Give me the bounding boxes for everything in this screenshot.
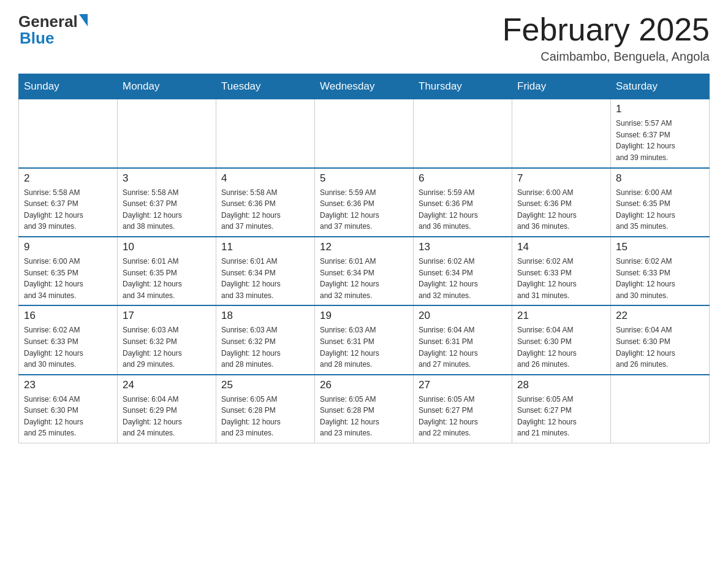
day-number: 27 [419,379,507,391]
day-number: 21 [517,310,605,322]
day-number: 19 [320,310,408,322]
calendar-cell: 5Sunrise: 5:59 AM Sunset: 6:36 PM Daylig… [315,168,414,237]
day-number: 5 [320,172,408,185]
day-number: 15 [616,241,704,253]
week-row-1: 1Sunrise: 5:57 AM Sunset: 6:37 PM Daylig… [19,99,710,168]
calendar-cell: 20Sunrise: 6:04 AM Sunset: 6:31 PM Dayli… [414,305,512,374]
day-info: Sunrise: 6:04 AM Sunset: 6:30 PM Dayligh… [517,324,605,370]
month-title: February 2025 [502,12,710,47]
calendar-cell: 1Sunrise: 5:57 AM Sunset: 6:37 PM Daylig… [611,99,710,168]
weekday-header-friday: Friday [512,74,611,99]
day-info: Sunrise: 6:05 AM Sunset: 6:27 PM Dayligh… [517,394,605,439]
day-number: 14 [517,241,605,253]
day-number: 11 [221,241,309,253]
day-info: Sunrise: 6:02 AM Sunset: 6:33 PM Dayligh… [517,256,605,301]
calendar-cell: 13Sunrise: 6:02 AM Sunset: 6:34 PM Dayli… [414,237,512,305]
calendar-cell [512,99,611,168]
calendar-cell: 19Sunrise: 6:03 AM Sunset: 6:31 PM Dayli… [315,305,414,374]
day-info: Sunrise: 6:05 AM Sunset: 6:28 PM Dayligh… [221,394,309,439]
day-info: Sunrise: 6:04 AM Sunset: 6:30 PM Dayligh… [616,324,704,370]
day-info: Sunrise: 6:05 AM Sunset: 6:27 PM Dayligh… [419,394,507,439]
day-info: Sunrise: 6:02 AM Sunset: 6:33 PM Dayligh… [616,256,704,301]
calendar-cell: 4Sunrise: 5:58 AM Sunset: 6:36 PM Daylig… [216,168,315,237]
day-number: 22 [616,310,704,322]
calendar-cell: 11Sunrise: 6:01 AM Sunset: 6:34 PM Dayli… [216,237,315,305]
day-info: Sunrise: 6:04 AM Sunset: 6:29 PM Dayligh… [123,394,211,439]
day-number: 6 [419,172,507,185]
week-row-4: 16Sunrise: 6:02 AM Sunset: 6:33 PM Dayli… [19,305,710,374]
weekday-header-wednesday: Wednesday [315,74,414,99]
day-number: 9 [24,241,112,253]
day-number: 24 [123,379,211,391]
calendar-cell: 28Sunrise: 6:05 AM Sunset: 6:27 PM Dayli… [512,375,611,443]
calendar-cell: 10Sunrise: 6:01 AM Sunset: 6:35 PM Dayli… [118,237,216,305]
calendar-cell: 3Sunrise: 5:58 AM Sunset: 6:37 PM Daylig… [118,168,216,237]
day-info: Sunrise: 6:03 AM Sunset: 6:31 PM Dayligh… [320,324,408,370]
calendar-cell [118,99,216,168]
calendar-cell [414,99,512,168]
day-number: 13 [419,241,507,253]
calendar-cell: 25Sunrise: 6:05 AM Sunset: 6:28 PM Dayli… [216,375,315,443]
weekday-header-tuesday: Tuesday [216,74,315,99]
location-subtitle: Caimbambo, Benguela, Angola [502,50,710,64]
calendar-cell: 8Sunrise: 6:00 AM Sunset: 6:35 PM Daylig… [611,168,710,237]
day-info: Sunrise: 6:05 AM Sunset: 6:28 PM Dayligh… [320,394,408,439]
calendar-cell: 6Sunrise: 5:59 AM Sunset: 6:36 PM Daylig… [414,168,512,237]
calendar-cell: 27Sunrise: 6:05 AM Sunset: 6:27 PM Dayli… [414,375,512,443]
day-number: 10 [123,241,211,253]
day-number: 18 [221,310,309,322]
day-number: 17 [123,310,211,322]
title-block: February 2025 Caimbambo, Benguela, Angol… [502,12,710,64]
calendar-cell: 7Sunrise: 6:00 AM Sunset: 6:36 PM Daylig… [512,168,611,237]
calendar-cell: 24Sunrise: 6:04 AM Sunset: 6:29 PM Dayli… [118,375,216,443]
day-number: 12 [320,241,408,253]
calendar-cell [19,99,118,168]
day-number: 28 [517,379,605,391]
calendar-cell: 23Sunrise: 6:04 AM Sunset: 6:30 PM Dayli… [19,375,118,443]
logo-arrow-icon [79,14,88,26]
calendar-cell: 16Sunrise: 6:02 AM Sunset: 6:33 PM Dayli… [19,305,118,374]
week-row-2: 2Sunrise: 5:58 AM Sunset: 6:37 PM Daylig… [19,168,710,237]
logo-blue-text: Blue [20,29,88,48]
day-number: 25 [221,379,309,391]
day-info: Sunrise: 6:00 AM Sunset: 6:35 PM Dayligh… [616,187,704,232]
calendar-cell [611,375,710,443]
calendar-cell: 18Sunrise: 6:03 AM Sunset: 6:32 PM Dayli… [216,305,315,374]
day-info: Sunrise: 5:59 AM Sunset: 6:36 PM Dayligh… [419,187,507,232]
calendar-cell: 12Sunrise: 6:01 AM Sunset: 6:34 PM Dayli… [315,237,414,305]
day-info: Sunrise: 5:57 AM Sunset: 6:37 PM Dayligh… [616,118,704,163]
calendar-cell: 14Sunrise: 6:02 AM Sunset: 6:33 PM Dayli… [512,237,611,305]
day-number: 8 [616,172,704,185]
day-info: Sunrise: 6:00 AM Sunset: 6:35 PM Dayligh… [24,256,112,301]
day-number: 16 [24,310,112,322]
calendar-cell: 22Sunrise: 6:04 AM Sunset: 6:30 PM Dayli… [611,305,710,374]
day-number: 23 [24,379,112,391]
day-info: Sunrise: 6:01 AM Sunset: 6:34 PM Dayligh… [320,256,408,301]
day-info: Sunrise: 6:04 AM Sunset: 6:30 PM Dayligh… [24,394,112,439]
calendar-cell: 26Sunrise: 6:05 AM Sunset: 6:28 PM Dayli… [315,375,414,443]
day-info: Sunrise: 6:01 AM Sunset: 6:34 PM Dayligh… [221,256,309,301]
calendar-cell [216,99,315,168]
day-info: Sunrise: 5:58 AM Sunset: 6:37 PM Dayligh… [123,187,211,232]
calendar-cell [315,99,414,168]
day-info: Sunrise: 6:03 AM Sunset: 6:32 PM Dayligh… [221,324,309,370]
day-info: Sunrise: 5:58 AM Sunset: 6:36 PM Dayligh… [221,187,309,232]
day-info: Sunrise: 6:01 AM Sunset: 6:35 PM Dayligh… [123,256,211,301]
week-row-3: 9Sunrise: 6:00 AM Sunset: 6:35 PM Daylig… [19,237,710,305]
day-info: Sunrise: 5:58 AM Sunset: 6:37 PM Dayligh… [24,187,112,232]
calendar-cell: 17Sunrise: 6:03 AM Sunset: 6:32 PM Dayli… [118,305,216,374]
weekday-header-monday: Monday [118,74,216,99]
weekday-header-row: SundayMondayTuesdayWednesdayThursdayFrid… [19,74,710,99]
day-number: 4 [221,172,309,185]
day-number: 20 [419,310,507,322]
calendar-cell: 9Sunrise: 6:00 AM Sunset: 6:35 PM Daylig… [19,237,118,305]
logo: General Blue [18,12,88,48]
day-info: Sunrise: 6:02 AM Sunset: 6:33 PM Dayligh… [24,324,112,370]
day-number: 2 [24,172,112,185]
day-info: Sunrise: 5:59 AM Sunset: 6:36 PM Dayligh… [320,187,408,232]
weekday-header-saturday: Saturday [611,74,710,99]
day-info: Sunrise: 6:02 AM Sunset: 6:34 PM Dayligh… [419,256,507,301]
week-row-5: 23Sunrise: 6:04 AM Sunset: 6:30 PM Dayli… [19,375,710,443]
page-header: General Blue February 2025 Caimbambo, Be… [18,12,710,64]
day-number: 3 [123,172,211,185]
